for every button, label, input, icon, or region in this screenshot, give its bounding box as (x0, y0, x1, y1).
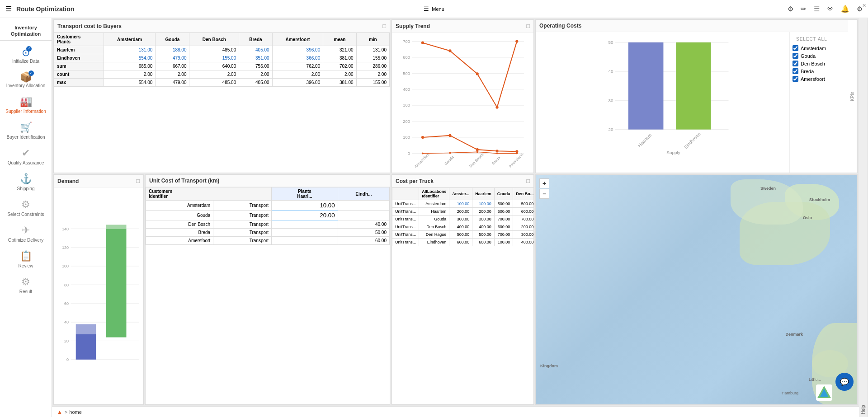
cell-v2: 60.00 (338, 237, 389, 245)
cell: 554.00 (104, 79, 155, 87)
svg-text:Amsterdam: Amsterdam (413, 152, 430, 169)
cell-id: Transport (213, 220, 272, 229)
col-h6: Den Bo... (513, 188, 533, 200)
map-background: Sweden Oslo Stockholm Denmark Kingdom Li… (536, 175, 857, 404)
table-row: count 2.00 2.00 2.00 2.00 2.00 2.00 2.00 (54, 70, 390, 79)
cell: 600.00 (494, 208, 513, 216)
row-label: Eindhoven (54, 54, 104, 62)
table-row: max 554.00 479.00 485.00 405.00 396.00 3… (54, 79, 390, 87)
checkbox-amsterdam[interactable]: Amsterdam (793, 45, 845, 51)
demand-haarlem-light (76, 324, 96, 334)
map-zoom-out-button[interactable]: − (539, 189, 549, 199)
svg-text:600: 600 (403, 55, 410, 60)
svg-point-22 (448, 49, 451, 52)
map-label-stockholm: Stockholm (809, 197, 830, 202)
breadcrumb-home[interactable]: home (69, 409, 82, 415)
col-header-eindhoven: Eindh... (338, 187, 389, 201)
svg-text:0: 0 (66, 357, 69, 362)
cell: 131.00 (356, 46, 389, 54)
sidebar-item-supplier-information[interactable]: 🏭 Supplier Information (0, 92, 52, 118)
unit-cost-title: Unit Cost of Transport (km) (149, 178, 219, 184)
checkbox-gouda[interactable]: Gouda (793, 53, 845, 59)
sidebar-item-label: Supplier Information (5, 109, 46, 114)
cell: 485.00 (189, 79, 239, 87)
sidebar-item-review[interactable]: 📋 Review (0, 247, 52, 272)
cost-per-truck-body: AllLocationsIdentifier Amster... Haarlem… (392, 187, 533, 404)
cell: 479.00 (156, 79, 189, 87)
supply-trend-chart: 700 600 500 400 300 200 100 0 (394, 34, 532, 171)
review-icon: 📋 (20, 250, 32, 262)
constraints-icon: ⚙ (21, 199, 30, 211)
sidebar-item-buyer-identification[interactable]: 🛒 Buyer Identification (0, 118, 52, 144)
svg-point-21 (421, 42, 424, 44)
transport-cost-close[interactable]: □ (382, 23, 386, 29)
sidebar-item-label: Buyer Identification (6, 135, 45, 140)
shipping-icon: ⚓ (20, 173, 32, 185)
svg-point-26 (421, 136, 424, 139)
sidebar-item-label: Inventory Allocation (6, 83, 46, 89)
row-id: UnitTrans... (392, 231, 419, 239)
edit-icon[interactable]: ✏ (801, 5, 807, 13)
cell-v1 (272, 237, 338, 245)
sidebar-item-result[interactable]: ⚙ Result (0, 272, 52, 298)
sidebar-item-select-constraints[interactable]: ⚙ Select Constraints (0, 195, 52, 221)
svg-text:Amersfoort: Amersfoort (508, 152, 524, 169)
operating-costs-title: Operating Costs (539, 23, 581, 29)
cell-v1 (272, 211, 338, 220)
table-row: Amsterdam Transport (146, 201, 390, 211)
col-header-amsterdam: Amsterdam (104, 33, 155, 46)
svg-text:200: 200 (403, 119, 410, 124)
sidebar-item-shipping[interactable]: ⚓ Shipping (0, 169, 52, 195)
cell-id: Transport (213, 211, 272, 220)
menu-label[interactable]: Menu (432, 6, 444, 12)
list-icon[interactable]: ☰ (814, 5, 820, 13)
cell-id: Transport (213, 229, 272, 237)
help-label[interactable]: Help (859, 18, 868, 417)
cell: 700.00 (494, 216, 513, 223)
bell-icon[interactable]: 🔔 (841, 5, 849, 13)
svg-point-29 (495, 150, 498, 152)
input-haarlem-gouda[interactable] (312, 212, 335, 219)
cell: 100.00 (449, 200, 472, 208)
badge-check2: ✓ (28, 70, 34, 76)
supply-trend-close[interactable]: □ (526, 23, 530, 29)
cell-v2 (338, 211, 389, 220)
cell: 600.00 (449, 239, 472, 246)
cell: 396.00 (272, 79, 323, 87)
chat-icon: 💬 (840, 378, 849, 386)
svg-text:80: 80 (64, 283, 69, 287)
transport-cost-title: Transport cost to Buyers (57, 23, 122, 29)
unit-cost-panel: Unit Cost of Transport (km) CustomersIde… (145, 174, 390, 405)
cell: 756.00 (239, 62, 272, 70)
sidebar-item-label: Review (19, 263, 33, 269)
sidebar-brand: InventoryOptimization ✕ (0, 22, 52, 41)
sidebar-item-inventory-allocation[interactable]: 📦 ✓ Inventory Allocation (0, 68, 52, 92)
demand-close[interactable]: □ (136, 178, 140, 184)
sidebar-item-initialize-data[interactable]: ⊙ ✓ Initialize Data (0, 43, 52, 68)
input-haarlem-amsterdam[interactable] (312, 202, 335, 209)
svg-point-28 (476, 148, 479, 151)
map-zoom-in-button[interactable]: + (539, 178, 549, 188)
sidebar-item-optimize-delivery[interactable]: ✈ Optimize Delivery (0, 221, 52, 247)
row-loc: Haarlem (419, 208, 449, 216)
sidebar-item-quality-assurance[interactable]: ✔ Quality Assurance (0, 144, 52, 169)
checkbox-denbosch[interactable]: Den Bosch (793, 61, 845, 66)
cost-per-truck-panel: Cost per Truck □ AllLocationsIdentifier … (392, 174, 534, 405)
cost-per-truck-table: AllLocationsIdentifier Amster... Haarlem… (392, 187, 533, 246)
cell: 500.00 (513, 200, 533, 208)
demand-panel: Demand □ 140 120 100 80 60 40 20 (53, 174, 144, 405)
svg-point-27 (448, 134, 451, 137)
cell: 600.00 (472, 239, 495, 246)
settings-icon[interactable]: ⚙ (788, 5, 793, 13)
checkbox-amersfoort[interactable]: Amersfoort (793, 76, 845, 82)
svg-point-35 (516, 152, 518, 154)
hamburger-icon[interactable]: ☰ (5, 5, 12, 13)
row-label: count (54, 70, 104, 79)
checkbox-breda[interactable]: Breda (793, 68, 845, 74)
svg-text:Supply: Supply (666, 150, 680, 155)
eye-icon[interactable]: 👁 (827, 5, 834, 13)
demand-chart: 140 120 100 80 60 40 20 0 (56, 189, 142, 403)
map-chat-button[interactable]: 💬 (835, 373, 854, 391)
cost-per-truck-close[interactable]: □ (526, 178, 530, 184)
cell: 381.00 (323, 79, 356, 87)
